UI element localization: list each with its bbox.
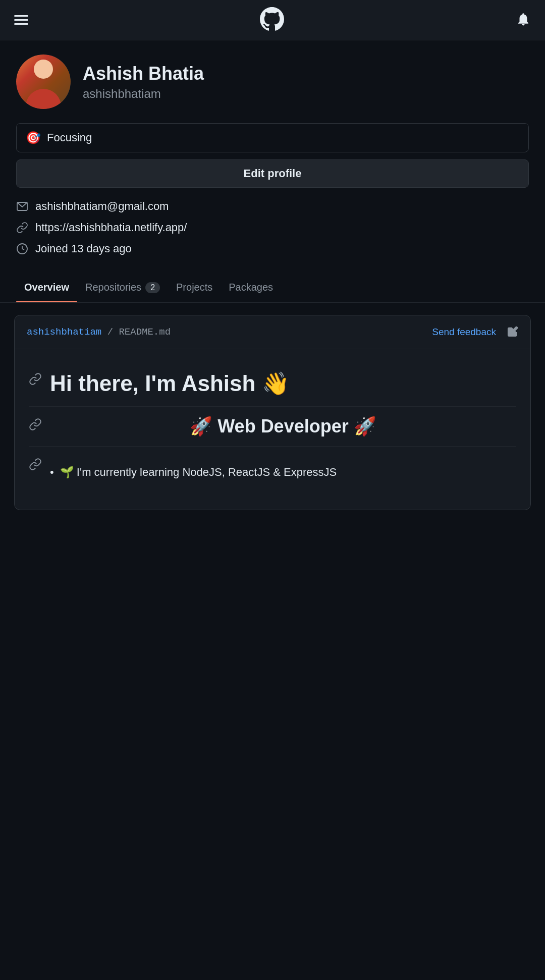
section-link-icon-2	[29, 418, 42, 433]
tab-overview[interactable]: Overview	[16, 271, 77, 302]
list-item-text: 🌱 I'm currently learning NodeJS, ReactJS…	[60, 464, 337, 480]
edit-readme-button[interactable]	[507, 326, 518, 339]
tab-repositories[interactable]: Repositories 2	[77, 271, 168, 302]
list-item: • 🌱 I'm currently learning NodeJS, React…	[50, 461, 516, 483]
email-icon	[16, 200, 28, 212]
tab-packages-label: Packages	[229, 282, 273, 293]
status-text: Focusing	[47, 131, 92, 144]
readme-h1: Hi there, I'm Ashish 👋	[50, 370, 290, 397]
clock-icon	[16, 243, 28, 255]
github-logo[interactable]	[260, 7, 284, 33]
readme-card: ashishbhatiam / README.md Send feedback	[14, 315, 531, 510]
notification-bell[interactable]	[516, 12, 531, 29]
contact-info: ashishbhatiam@gmail.com https://ashishbh…	[16, 200, 529, 255]
edit-profile-label: Edit profile	[244, 167, 302, 180]
tab-projects[interactable]: Projects	[168, 271, 221, 302]
readme-section-list: • 🌱 I'm currently learning NodeJS, React…	[29, 447, 516, 498]
readme-h2: 🚀 Web Developer 🚀	[50, 416, 516, 437]
top-navigation	[0, 0, 545, 40]
readme-body: Hi there, I'm Ashish 👋 🚀 Web Developer 🚀	[15, 349, 530, 510]
joined-item: Joined 13 days ago	[16, 242, 529, 255]
list-item-icon: 🌱	[60, 466, 74, 478]
joined-text: Joined 13 days ago	[35, 242, 132, 255]
readme-section-heading1: Hi there, I'm Ashish 👋	[29, 361, 516, 407]
display-name: Ashish Bhatia	[83, 63, 204, 84]
avatar[interactable]	[16, 55, 71, 109]
section-link-icon-3	[29, 458, 42, 473]
tab-repositories-label: Repositories	[85, 282, 141, 293]
readme-file-name: README.md	[119, 326, 171, 338]
readme-actions: Send feedback	[428, 324, 518, 340]
username: ashishbhatiam	[83, 87, 204, 101]
tab-projects-label: Projects	[176, 282, 212, 293]
send-feedback-button[interactable]: Send feedback	[428, 324, 500, 340]
tab-overview-label: Overview	[24, 282, 69, 293]
readme-header: ashishbhatiam / README.md Send feedback	[15, 315, 530, 349]
readme-section-heading2: 🚀 Web Developer 🚀	[29, 407, 516, 447]
list-bullet: •	[50, 464, 54, 480]
pencil-icon	[507, 326, 518, 337]
tabs-container: Overview Repositories 2 Projects Package…	[0, 271, 545, 303]
section-link-icon-1	[29, 372, 42, 388]
profile-header: Ashish Bhatia ashishbhatiam	[16, 55, 529, 109]
readme-repo-name: ashishbhatiam	[27, 326, 101, 338]
email-text: ashishbhatiam@gmail.com	[35, 200, 169, 213]
repositories-badge: 2	[145, 282, 160, 293]
readme-list: • 🌱 I'm currently learning NodeJS, React…	[50, 456, 516, 488]
readme-separator: /	[107, 326, 119, 338]
hamburger-menu[interactable]	[14, 15, 28, 25]
profile-section: Ashish Bhatia ashishbhatiam 🎯 Focusing E…	[0, 40, 545, 271]
edit-profile-button[interactable]: Edit profile	[16, 159, 529, 188]
email-item[interactable]: ashishbhatiam@gmail.com	[16, 200, 529, 213]
profile-names: Ashish Bhatia ashishbhatiam	[83, 63, 204, 100]
readme-path: ashishbhatiam / README.md	[27, 326, 171, 338]
status-button[interactable]: 🎯 Focusing	[16, 123, 529, 152]
status-icon: 🎯	[26, 131, 41, 145]
tab-packages[interactable]: Packages	[221, 271, 281, 302]
main-content: ashishbhatiam / README.md Send feedback	[0, 303, 545, 522]
website-item[interactable]: https://ashishbhatia.netlify.app/	[16, 221, 529, 234]
link-icon	[16, 222, 28, 234]
website-text: https://ashishbhatia.netlify.app/	[35, 221, 187, 234]
list-item-content: I'm currently learning NodeJS, ReactJS &…	[77, 466, 337, 478]
